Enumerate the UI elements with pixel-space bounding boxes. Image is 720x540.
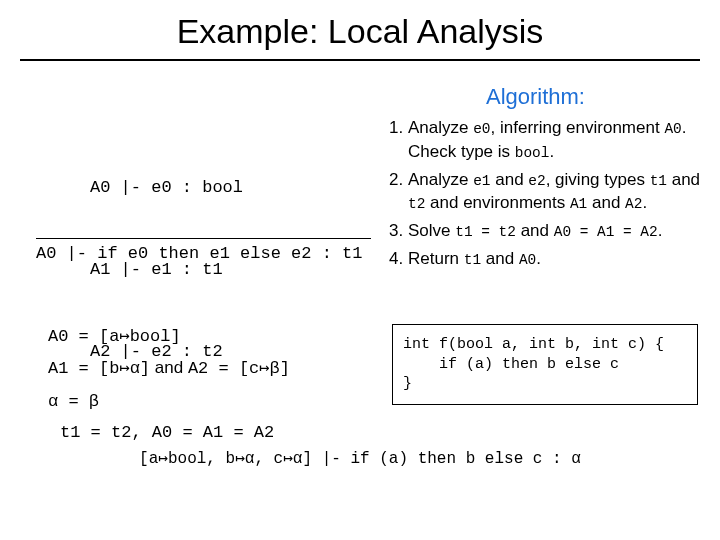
premise-line-4: t1 = t2, A0 = A1 = A2 [60,419,274,446]
code: A0 [519,252,536,268]
code: A0 = A1 = A2 [554,224,658,240]
step-1: Analyze e0, inferring environment A0. Ch… [408,116,706,164]
step-2: Analyze e1 and e2, giving types t1 and t… [408,168,706,216]
text: and [491,170,529,189]
text: Analyze [408,118,473,137]
env-line-1: A0 = [a↦bool] [48,327,181,346]
final-judgment: [a↦bool, b↦α, c↦α] |- if (a) then b else… [0,448,720,468]
inference-rule-line [36,238,371,239]
code: e2 [528,173,545,189]
text: . [536,249,541,268]
text: and environments [425,193,570,212]
text: Analyze [408,170,473,189]
env-line-3: α = β [48,392,99,411]
env-line-2a: A1 = [b↦α] [48,359,150,378]
title-underline [20,59,700,61]
environment-bindings: A0 = [a↦bool] A1 = [b↦α] and A2 = [c↦β] … [48,320,290,417]
text: Return [408,249,464,268]
text: and [516,221,554,240]
text: , inferring environment [491,118,665,137]
env-line-2b: A2 = [c↦β] [188,359,290,378]
inference-premises: A0 |- e0 : bool A1 |- e1 : t1 A2 |- e2 :… [90,120,274,473]
slide-title: Example: Local Analysis [0,0,720,59]
code-example-box: int f(bool a, int b, int c) { if (a) the… [392,324,698,405]
text: Solve [408,221,455,240]
text: , giving types [546,170,650,189]
code: t2 [408,196,425,212]
text: . [658,221,663,240]
inference-conclusion: A0 |- if e0 then e1 else e2 : t1 [36,244,362,263]
code: t1 = t2 [455,224,516,240]
code: t1 [650,173,667,189]
text: and [667,170,700,189]
code: e0 [473,121,490,137]
code: bool [515,145,550,161]
text: and [587,193,625,212]
text-and: and [150,358,188,377]
premise-line-1: A0 |- e0 : bool [90,174,274,201]
text: . [549,142,554,161]
code: e1 [473,173,490,189]
algorithm-heading: Algorithm: [486,84,585,110]
code: t1 [464,252,481,268]
algorithm-steps: Analyze e0, inferring environment A0. Ch… [386,116,706,275]
text: . [642,193,647,212]
text: and [481,249,519,268]
step-3: Solve t1 = t2 and A0 = A1 = A2. [408,219,706,243]
step-4: Return t1 and A0. [408,247,706,271]
code: A1 [570,196,587,212]
code: A0 [664,121,681,137]
code: A2 [625,196,642,212]
